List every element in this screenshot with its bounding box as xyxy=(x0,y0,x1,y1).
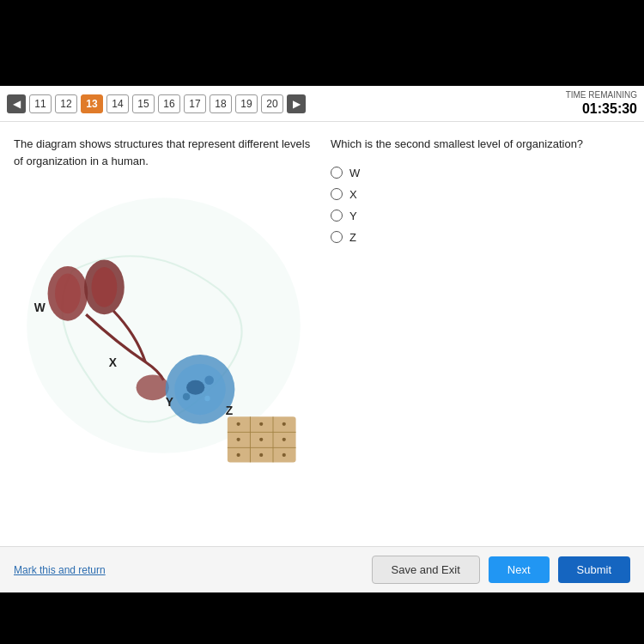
option-z[interactable]: Z xyxy=(331,231,630,244)
option-x-label: X xyxy=(349,188,357,201)
svg-point-18 xyxy=(259,422,263,426)
left-question-text: The diagram shows structures that repres… xyxy=(14,136,313,169)
diagram-label-y: Y xyxy=(166,395,173,409)
diagram-label-x: X xyxy=(109,355,118,369)
radio-z[interactable] xyxy=(331,231,343,243)
diagram-label-w: W xyxy=(34,301,46,314)
save-exit-button[interactable]: Save and Exit xyxy=(372,556,480,584)
svg-point-2 xyxy=(55,273,81,313)
mark-link[interactable]: Mark this and return xyxy=(14,564,106,576)
nav-next-button[interactable]: ▶ xyxy=(287,94,306,113)
diagram-area: W X Y xyxy=(14,179,313,471)
svg-point-25 xyxy=(283,453,286,457)
svg-point-8 xyxy=(186,380,204,395)
svg-point-11 xyxy=(204,396,210,401)
svg-point-20 xyxy=(237,438,240,441)
timer: TIME REMAINING 01:35:30 xyxy=(566,89,637,118)
svg-point-21 xyxy=(259,438,263,441)
nav-num-20[interactable]: 20 xyxy=(261,94,283,113)
nav-bar: ◀ 11 12 13 14 15 16 17 18 19 20 ▶ TIME R… xyxy=(0,86,644,122)
svg-point-17 xyxy=(237,422,240,426)
radio-y[interactable] xyxy=(331,210,343,222)
svg-point-23 xyxy=(237,453,240,457)
option-x[interactable]: X xyxy=(331,188,630,201)
answer-options: W X Y Z xyxy=(331,167,630,244)
option-y-label: Y xyxy=(349,210,357,222)
option-z-label: Z xyxy=(349,231,356,244)
nav-prev-button[interactable]: ◀ xyxy=(7,94,26,113)
nav-num-16[interactable]: 16 xyxy=(158,94,180,113)
submit-button[interactable]: Submit xyxy=(558,556,630,583)
right-question-text: Which is the second smallest level of or… xyxy=(331,136,630,153)
option-y[interactable]: Y xyxy=(331,210,630,222)
svg-point-10 xyxy=(183,393,191,401)
next-button[interactable]: Next xyxy=(489,556,550,583)
main-content: The diagram shows structures that repres… xyxy=(0,122,644,546)
svg-point-0 xyxy=(27,197,301,453)
radio-w[interactable] xyxy=(331,167,343,179)
timer-label: TIME REMAINING xyxy=(566,89,637,100)
nav-num-15[interactable]: 15 xyxy=(132,94,155,113)
svg-point-4 xyxy=(92,267,118,307)
option-w-label: W xyxy=(349,167,360,179)
svg-point-5 xyxy=(137,374,169,400)
svg-point-22 xyxy=(283,438,286,441)
option-w[interactable]: W xyxy=(331,167,630,179)
diagram-svg: W X Y xyxy=(14,179,313,471)
timer-value: 01:35:30 xyxy=(566,100,637,118)
nav-num-12[interactable]: 12 xyxy=(55,94,77,113)
nav-num-18[interactable]: 18 xyxy=(210,94,232,113)
radio-x[interactable] xyxy=(331,188,343,200)
nav-num-11[interactable]: 11 xyxy=(29,94,52,113)
diagram-label-z: Z xyxy=(226,404,234,417)
nav-num-19[interactable]: 19 xyxy=(235,94,258,113)
left-panel: The diagram shows structures that repres… xyxy=(14,136,313,532)
bottom-bar: Mark this and return Save and Exit Next … xyxy=(0,546,644,592)
nav-num-13[interactable]: 13 xyxy=(81,94,103,113)
svg-point-24 xyxy=(259,453,263,457)
right-panel: Which is the second smallest level of or… xyxy=(331,136,630,532)
nav-num-17[interactable]: 17 xyxy=(184,94,206,113)
svg-point-9 xyxy=(204,375,214,385)
svg-point-19 xyxy=(283,422,286,426)
nav-num-14[interactable]: 14 xyxy=(106,94,129,113)
